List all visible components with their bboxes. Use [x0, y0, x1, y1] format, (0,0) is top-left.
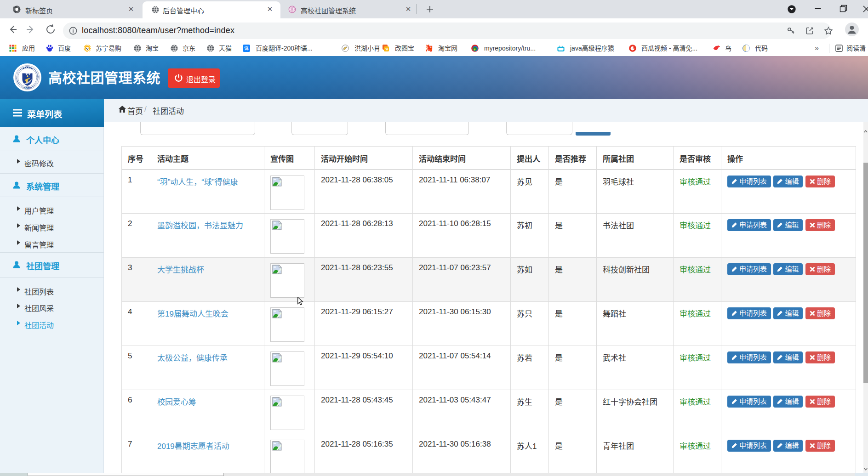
- svg-text:GDPU: GDPU: [23, 87, 31, 90]
- svg-text:译: 译: [244, 46, 249, 51]
